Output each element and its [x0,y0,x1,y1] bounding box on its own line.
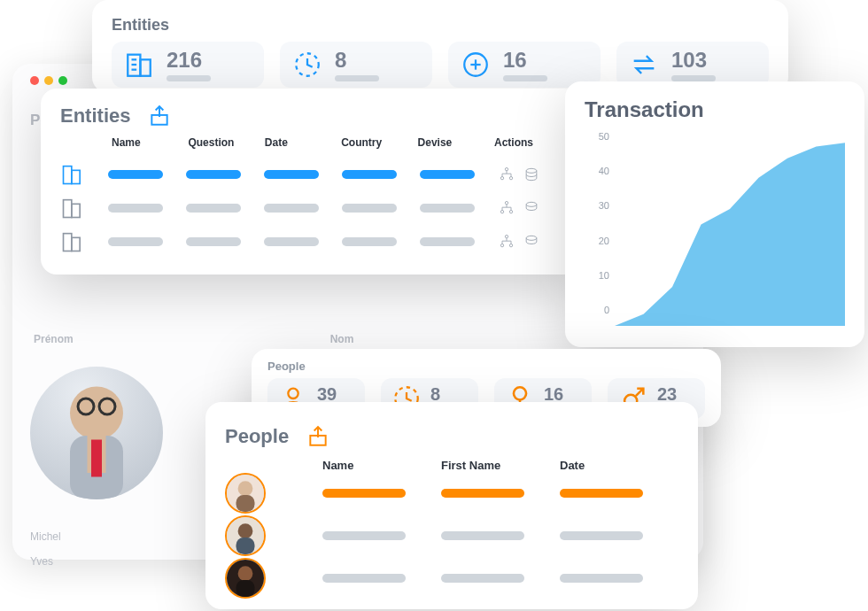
svg-point-18 [505,168,508,171]
svg-rect-17 [72,170,80,183]
column-header-prenom: Prénom [34,333,74,345]
svg-point-43 [238,481,253,496]
svg-rect-7 [140,59,150,75]
column-header-nom: Nom [330,333,354,345]
minimize-icon[interactable] [44,76,53,85]
column-header-name[interactable]: Name [322,459,441,472]
column-header-name[interactable]: Name [112,136,188,149]
svg-point-21 [526,168,537,173]
svg-rect-50 [236,580,255,597]
column-header-devise[interactable]: Devise [418,136,494,149]
svg-point-26 [509,211,512,213]
coins-icon [523,233,540,251]
avatar [225,473,266,514]
row-actions[interactable] [498,166,560,183]
svg-rect-29 [72,237,80,251]
people-table-card: People Name First Name Date [205,402,698,609]
hierarchy-icon [498,199,515,217]
svg-point-31 [500,244,503,247]
stat-value: 103 [671,48,716,73]
card-title: People [225,425,289,448]
coins-icon [523,166,540,183]
table-row[interactable] [60,191,560,225]
building-icon [124,50,154,80]
entities-table-card: Entities Name Question Date Country Devi… [41,89,579,275]
svg-point-46 [238,523,253,538]
svg-point-33 [526,236,537,240]
table-row[interactable] [225,557,678,599]
svg-point-30 [505,236,508,238]
column-header-question[interactable]: Question [188,136,264,149]
stat-entities-recent[interactable]: 8 [280,42,432,88]
plus-circle-icon [461,50,491,80]
avatar [30,367,163,499]
column-header-date[interactable]: Date [560,459,678,472]
svg-point-0 [70,387,123,440]
column-header-country[interactable]: Country [341,136,417,149]
svg-rect-44 [236,495,255,512]
entities-summary-card: Entities 216 8 16 103 [92,0,788,93]
table-row[interactable] [225,472,678,514]
row-actions[interactable] [498,199,560,217]
area-chart [615,131,845,326]
svg-rect-22 [64,200,72,218]
svg-point-34 [288,389,298,398]
svg-rect-3 [91,440,102,477]
svg-rect-23 [72,204,80,217]
svg-point-19 [500,177,503,180]
swap-icon [629,50,659,80]
svg-point-36 [514,387,526,399]
y-axis-labels: 50 40 30 20 10 0 [585,131,609,315]
hierarchy-icon [498,166,515,183]
avatar [225,558,266,599]
transaction-card: Transaction 50 40 30 20 10 0 [565,81,864,347]
close-icon[interactable] [30,76,39,85]
svg-point-25 [500,211,503,213]
stat-entities-new[interactable]: 16 [448,42,601,88]
export-icon[interactable] [148,104,171,128]
card-title: Entities [60,104,130,128]
card-title: Transaction [585,97,845,122]
clock-icon [292,50,322,80]
stat-value: 16 [503,48,547,73]
transaction-chart: 50 40 30 20 10 0 [585,131,845,326]
coins-icon [523,199,540,217]
building-icon [60,162,85,187]
table-row[interactable] [60,225,560,259]
stat-entities-total[interactable]: 216 [112,42,264,88]
table-row[interactable] [60,158,560,191]
hierarchy-icon [498,233,515,251]
building-icon [60,196,85,220]
maximize-icon[interactable] [58,76,67,85]
avatar [225,515,266,556]
svg-point-24 [505,202,508,205]
column-header-date[interactable]: Date [265,136,341,149]
card-title: People [267,360,705,373]
svg-rect-16 [64,166,72,184]
card-title: Entities [112,16,769,35]
svg-rect-47 [236,538,255,554]
svg-point-32 [509,244,512,247]
svg-rect-28 [64,234,72,251]
column-header-firstname[interactable]: First Name [441,459,560,472]
building-icon [60,229,85,254]
row-actions[interactable] [498,233,560,251]
export-icon[interactable] [306,425,329,448]
table-row[interactable] [225,514,678,557]
svg-point-49 [238,566,253,581]
column-header-actions: Actions [494,136,556,149]
stat-value: 8 [335,48,379,73]
stat-value: 216 [167,48,211,73]
svg-point-20 [509,177,512,180]
svg-point-27 [526,202,537,206]
